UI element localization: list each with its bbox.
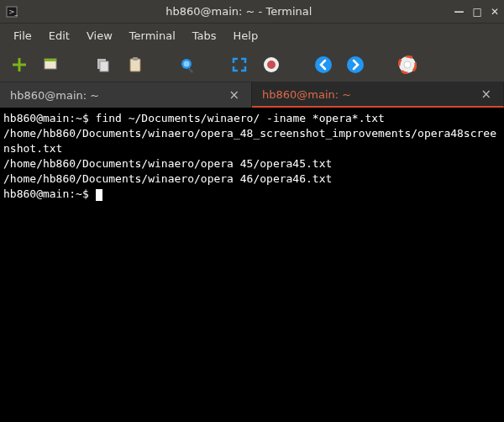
svg-rect-7 [100,61,108,71]
menu-edit[interactable]: Edit [42,26,76,45]
menu-view[interactable]: View [80,26,119,45]
maximize-button[interactable]: □ [473,7,482,17]
titlebar: >_ hb860@main: ~ - Terminal — □ ✕ [0,0,504,24]
svg-rect-8 [130,59,140,71]
prompt: hb860@main:~$ [3,112,89,124]
svg-point-14 [267,61,276,69]
menu-tabs[interactable]: Tabs [186,26,223,45]
app-icon: >_ [5,5,18,18]
search-icon[interactable] [176,54,198,76]
menubar: File Edit View Terminal Tabs Help [0,24,504,47]
settings-icon[interactable] [260,54,282,76]
fullscreen-icon[interactable] [228,54,250,76]
close-icon[interactable]: × [227,87,241,103]
window-controls: — □ ✕ [454,7,499,17]
new-window-icon[interactable] [40,54,62,76]
command-text: find ~/Documents/winaero/ -iname *opera*… [96,112,385,124]
forward-icon[interactable] [344,54,366,76]
svg-rect-9 [133,57,138,61]
close-icon[interactable]: × [479,87,493,102]
tab-label: hb860@main: ~ [10,89,227,102]
help-icon[interactable] [396,54,418,76]
cursor [96,189,102,201]
svg-point-16 [347,56,364,73]
tab-1[interactable]: hb860@main: ~ × [252,82,504,108]
output-line: /home/hb860/Documents/winaero/opera 46/o… [3,172,332,185]
output-line: /home/hb860/Documents/winaero/opera_48_s… [3,127,496,155]
add-tab-icon[interactable] [8,54,30,76]
tabbar: hb860@main: ~ × hb860@main: ~ × [0,82,504,108]
menu-help[interactable]: Help [227,26,265,45]
toolbar [0,47,504,82]
tab-0[interactable]: hb860@main: ~ × [0,82,252,108]
menu-file[interactable]: File [7,26,39,45]
tab-label: hb860@main: ~ [262,88,479,101]
back-icon[interactable] [312,54,334,76]
prompt: hb860@main:~$ [3,187,89,200]
svg-rect-5 [45,59,56,61]
paste-icon[interactable] [124,54,146,76]
svg-text:>_: >_ [8,8,18,16]
copy-icon[interactable] [92,54,114,76]
svg-rect-3 [13,63,26,66]
output-line: /home/hb860/Documents/winaero/opera 45/o… [3,157,332,170]
svg-point-19 [404,61,411,68]
svg-point-15 [315,56,332,73]
minimize-button[interactable]: — [454,7,465,17]
terminal-output[interactable]: hb860@main:~$ find ~/Documents/winaero/ … [0,108,504,422]
svg-point-11 [184,61,190,66]
window-title: hb860@main: ~ - Terminal [24,5,454,18]
close-button[interactable]: ✕ [491,7,499,17]
svg-rect-12 [188,68,193,73]
menu-terminal[interactable]: Terminal [123,26,182,45]
